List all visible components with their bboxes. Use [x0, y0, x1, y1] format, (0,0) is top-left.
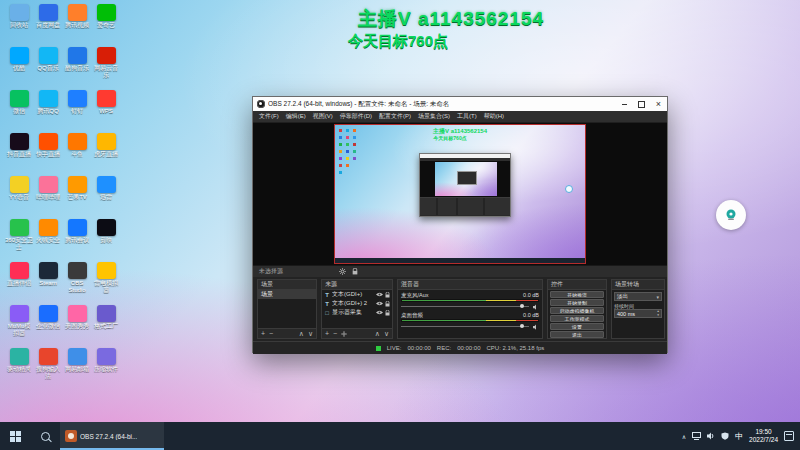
maximize-button[interactable]	[633, 97, 650, 111]
lock-icon[interactable]	[352, 268, 358, 275]
desktop-icon[interactable]: 钉钉	[63, 90, 91, 133]
control-button[interactable]: 退出	[550, 331, 604, 338]
network-icon[interactable]	[692, 432, 701, 440]
obs-preview-area[interactable]: 主播V a1143562154 今天目标760点	[253, 123, 667, 265]
desktop-icon[interactable]: MuMu模拟器	[5, 305, 33, 348]
desktop-icon[interactable]: 酷狗音乐	[63, 47, 91, 90]
desktop-icon[interactable]: 剪映	[92, 219, 120, 262]
start-button[interactable]	[0, 422, 30, 450]
desktop-icon[interactable]: WPS	[92, 90, 120, 133]
desktop-icon[interactable]: 斗鱼	[63, 133, 91, 176]
desktop-icon[interactable]: OBS Studio	[63, 262, 91, 305]
desktop-icon[interactable]: 美图秀秀	[63, 305, 91, 348]
taskbar-clock[interactable]: 19:50 2022/7/24	[749, 428, 778, 444]
control-button[interactable]: 工作室模式	[550, 315, 604, 322]
desktop-icon[interactable]: 腾讯视频	[63, 4, 91, 47]
desktop-icon[interactable]: 回收站	[5, 4, 33, 47]
add-scene-button[interactable]: +	[261, 330, 265, 338]
desktop-icon[interactable]: 虎牙直播	[92, 133, 120, 176]
speaker-icon[interactable]	[707, 432, 715, 440]
source-up-button[interactable]: ∧	[375, 330, 380, 338]
duration-spinbox[interactable]: 400 ms ▴ ▾	[614, 309, 662, 318]
control-button[interactable]: 启动虚拟摄像机	[550, 307, 604, 314]
transition-select[interactable]: 淡出 ▾	[614, 292, 662, 301]
control-button[interactable]: 开始推流	[550, 291, 604, 298]
desktop-icon[interactable]: YY语音	[5, 176, 33, 219]
visibility-eye-icon[interactable]	[376, 292, 383, 297]
desktop-icon[interactable]: 芒果TV	[63, 176, 91, 219]
spin-arrows[interactable]: ▴ ▾	[657, 310, 659, 317]
source-row[interactable]: T 文本(GDI+) 2	[322, 299, 392, 308]
scene-up-button[interactable]: ∧	[299, 330, 304, 338]
desktop-icon[interactable]: 哔哩哔哩	[34, 176, 62, 219]
desktop-icon[interactable]: 驱动精灵	[5, 348, 33, 391]
scene-down-button[interactable]: ∨	[308, 330, 313, 338]
menu-item[interactable]: 场景集合(S)	[418, 112, 450, 121]
ime-indicator[interactable]: 中	[735, 431, 743, 442]
desktop-icon[interactable]: 网易邮箱	[63, 348, 91, 391]
desktop-icon[interactable]: 格式工厂	[92, 305, 120, 348]
slider-handle[interactable]	[520, 304, 524, 308]
visibility-eye-icon[interactable]	[376, 310, 383, 315]
desktop-icon[interactable]: 优酷	[5, 47, 33, 90]
desktop-icon[interactable]: 百度网盘	[34, 4, 62, 47]
speaker-mute-icon[interactable]	[533, 324, 539, 330]
source-down-button[interactable]: ∨	[384, 330, 389, 338]
desktop-icon[interactable]: 抖音直播	[5, 133, 33, 176]
desktop-icon[interactable]: 压缩软件	[92, 348, 120, 391]
tray-chevron-icon[interactable]: ∧	[682, 433, 686, 440]
desktop-icon[interactable]: 爱奇艺	[92, 4, 120, 47]
control-button[interactable]: 设置	[550, 323, 604, 330]
desktop-icon[interactable]: Steam	[34, 262, 62, 305]
floating-widget[interactable]	[716, 200, 746, 230]
shield-icon[interactable]	[721, 432, 729, 440]
menu-item[interactable]: 工具(T)	[457, 112, 477, 121]
remove-source-button[interactable]: −	[333, 330, 337, 338]
desktop-icon[interactable]: 企业微信	[34, 305, 62, 348]
source-row[interactable]: □ 显示器采集	[322, 308, 392, 317]
control-button[interactable]: 开始录制	[550, 299, 604, 306]
gear-icon[interactable]	[339, 268, 346, 275]
menu-item[interactable]: 配置文件(P)	[379, 112, 411, 121]
desktop-icon[interactable]: 火绒安全	[34, 219, 62, 262]
remove-scene-button[interactable]: −	[269, 330, 273, 338]
menu-item[interactable]: 编辑(E)	[286, 112, 306, 121]
desktop-icon[interactable]: QQ音乐	[34, 47, 62, 90]
taskbar-obs-button[interactable]: OBS 27.2.4 (64-bi...	[60, 422, 164, 450]
source-properties-gear-icon[interactable]	[341, 331, 347, 337]
source-row[interactable]: T 文本(GDI+)	[322, 290, 392, 299]
volume-slider[interactable]	[401, 323, 539, 330]
desktop-icon[interactable]: 迅雷	[92, 176, 120, 219]
desktop-icon[interactable]: 搜狗输入法	[34, 348, 62, 391]
minimize-button[interactable]	[616, 97, 633, 111]
add-source-button[interactable]: +	[325, 330, 329, 338]
speaker-mute-icon[interactable]	[533, 304, 539, 310]
menu-item[interactable]: 文件(F)	[259, 112, 279, 121]
visibility-eye-icon[interactable]	[376, 301, 383, 306]
menu-item[interactable]: 帮助(H)	[484, 112, 504, 121]
menu-item[interactable]: 视图(V)	[313, 112, 333, 121]
spin-down-icon[interactable]: ▾	[657, 314, 659, 318]
desktop-icon[interactable]: 快手直播	[34, 133, 62, 176]
close-button[interactable]: ×	[650, 97, 667, 111]
obs-titlebar[interactable]: OBS 27.2.4 (64-bit, windows) - 配置文件: 未命名…	[253, 97, 667, 111]
preview-video[interactable]: 主播V a1143562154 今天目标760点	[335, 125, 585, 263]
menu-item[interactable]: 停靠部件(D)	[340, 112, 372, 121]
desktop-icon[interactable]: 腾讯QQ	[34, 90, 62, 133]
desktop-icon[interactable]: 网易云音乐	[92, 47, 120, 90]
desktop-icon-image	[97, 90, 116, 107]
desktop-icon[interactable]: 360安全卫士	[5, 219, 33, 262]
desktop-icon[interactable]: 雷电模拟器	[92, 262, 120, 305]
desktop-icon[interactable]: 微信	[5, 90, 33, 133]
lock-icon[interactable]	[385, 292, 390, 298]
notification-center-icon[interactable]	[784, 431, 794, 441]
volume-slider[interactable]	[401, 303, 539, 310]
scene-list-item[interactable]: 场景	[258, 290, 316, 299]
slider-handle[interactable]	[520, 324, 524, 328]
controls-dock-title: 控件	[548, 280, 606, 290]
lock-icon[interactable]	[385, 310, 390, 316]
search-button[interactable]	[30, 422, 60, 450]
desktop-icon[interactable]: 直播伴侣	[5, 262, 33, 305]
lock-icon[interactable]	[385, 301, 390, 307]
desktop-icon[interactable]: 腾讯会议	[63, 219, 91, 262]
